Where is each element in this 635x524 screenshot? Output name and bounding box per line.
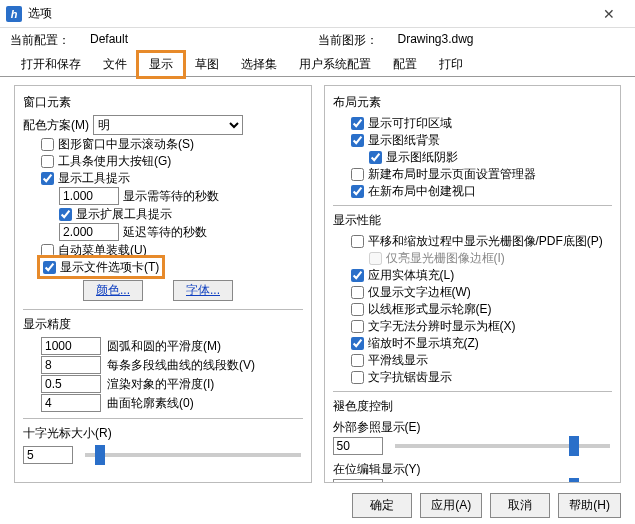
render-smooth-input[interactable] bbox=[41, 375, 101, 393]
close-button[interactable]: ✕ bbox=[589, 0, 629, 28]
current-config-value: Default bbox=[90, 32, 318, 49]
window-elements-title: 窗口元素 bbox=[23, 94, 303, 111]
xref-input[interactable] bbox=[333, 437, 383, 455]
cancel-button[interactable]: 取消 bbox=[490, 493, 550, 518]
content-panels: 窗口元素 配色方案(M) 明 图形窗口中显示滚动条(S) 工具条使用大按钮(G)… bbox=[0, 77, 635, 487]
cb-no-fill-drag[interactable]: 缩放时不显示填充(Z) bbox=[351, 335, 479, 351]
cb-ext-tips[interactable]: 显示扩展工具提示 bbox=[59, 206, 172, 222]
cb-new-layout-psetup[interactable]: 新建布局时显示页面设置管理器 bbox=[351, 166, 536, 182]
ext-delay-label: 延迟等待的秒数 bbox=[123, 224, 207, 240]
window-title: 选项 bbox=[28, 5, 589, 22]
cb-create-viewport[interactable]: 在新布局中创建视口 bbox=[351, 183, 476, 199]
highlight-file-tabs: 显示文件选项卡(T) bbox=[41, 259, 161, 275]
tip-seconds-input[interactable] bbox=[59, 187, 119, 205]
poly-seg-label: 每条多段线曲线的线段数(V) bbox=[107, 357, 255, 373]
help-button[interactable]: 帮助(H) bbox=[558, 493, 621, 518]
cb-paper-shadow[interactable]: 显示图纸阴影 bbox=[369, 149, 458, 165]
titlebar: h 选项 ✕ bbox=[0, 0, 635, 28]
apply-button[interactable]: 应用(A) bbox=[420, 493, 482, 518]
cb-print-area[interactable]: 显示可打印区域 bbox=[351, 115, 452, 131]
xref-slider[interactable] bbox=[395, 444, 611, 448]
tab-config[interactable]: 配置 bbox=[382, 52, 428, 77]
tab-strip: 打开和保存 文件 显示 草图 选择集 用户系统配置 配置 打印 bbox=[0, 51, 635, 77]
current-drawing-label: 当前图形： bbox=[318, 32, 398, 49]
surface-lines-input[interactable] bbox=[41, 394, 101, 412]
display-precision-title: 显示精度 bbox=[23, 316, 303, 333]
current-drawing-value: Drawing3.dwg bbox=[398, 32, 626, 49]
cb-raster-pan[interactable]: 平移和缩放过程中显示光栅图像/PDF底图(P) bbox=[351, 233, 603, 249]
color-scheme-label: 配色方案(M) bbox=[23, 117, 89, 133]
right-panel: 布局元素 显示可打印区域 显示图纸背景 显示图纸阴影 新建布局时显示页面设置管理… bbox=[324, 85, 622, 483]
inplace-label: 在位编辑显示(Y) bbox=[333, 461, 613, 477]
perf-title: 显示性能 bbox=[333, 212, 613, 229]
tab-select[interactable]: 选择集 bbox=[230, 52, 288, 77]
cb-highlight-frame[interactable]: 仅亮显光栅图像边框(I) bbox=[369, 250, 505, 266]
tab-display[interactable]: 显示 bbox=[138, 52, 184, 77]
cb-text-frame[interactable]: 仅显示文字边框(W) bbox=[351, 284, 471, 300]
tab-print[interactable]: 打印 bbox=[428, 52, 474, 77]
cb-paper-bg[interactable]: 显示图纸背景 bbox=[351, 132, 440, 148]
info-row: 当前配置： Default 当前图形： Drawing3.dwg bbox=[0, 28, 635, 51]
tab-file[interactable]: 文件 bbox=[92, 52, 138, 77]
crosshair-title: 十字光标大小(R) bbox=[23, 425, 303, 442]
ok-button[interactable]: 确定 bbox=[352, 493, 412, 518]
cb-large-toolbar[interactable]: 工具条使用大按钮(G) bbox=[41, 153, 171, 169]
arc-smooth-input[interactable] bbox=[41, 337, 101, 355]
cb-scrollbars[interactable]: 图形窗口中显示滚动条(S) bbox=[41, 136, 194, 152]
cb-show-tooltips[interactable]: 显示工具提示 bbox=[41, 170, 130, 186]
cb-smooth-line[interactable]: 平滑线显示 bbox=[351, 352, 428, 368]
app-icon: h bbox=[6, 6, 22, 22]
tab-open-save[interactable]: 打开和保存 bbox=[10, 52, 92, 77]
surface-lines-label: 曲面轮廓素线(0) bbox=[107, 395, 194, 411]
tip-seconds-label: 显示需等待的秒数 bbox=[123, 188, 219, 204]
footer-buttons: 确定 应用(A) 取消 帮助(H) bbox=[352, 493, 621, 518]
color-button[interactable]: 颜色... bbox=[83, 280, 143, 301]
layout-elem-title: 布局元素 bbox=[333, 94, 613, 111]
poly-seg-input[interactable] bbox=[41, 356, 101, 374]
crosshair-slider[interactable] bbox=[85, 453, 301, 457]
color-scheme-select[interactable]: 明 bbox=[93, 115, 243, 135]
cb-wire-outline[interactable]: 以线框形式显示轮廓(E) bbox=[351, 301, 492, 317]
cb-file-tabs[interactable]: 显示文件选项卡(T) bbox=[43, 259, 159, 275]
cb-text-as-box[interactable]: 文字无法分辨时显示为框(X) bbox=[351, 318, 516, 334]
xref-label: 外部参照显示(E) bbox=[333, 419, 613, 435]
current-config-label: 当前配置： bbox=[10, 32, 90, 49]
cb-solid-fill[interactable]: 应用实体填充(L) bbox=[351, 267, 455, 283]
render-smooth-label: 渲染对象的平滑度(I) bbox=[107, 376, 214, 392]
cb-antialias-text[interactable]: 文字抗锯齿显示 bbox=[351, 369, 452, 385]
inplace-input[interactable] bbox=[333, 479, 383, 483]
ext-delay-input[interactable] bbox=[59, 223, 119, 241]
font-button[interactable]: 字体... bbox=[173, 280, 233, 301]
left-panel: 窗口元素 配色方案(M) 明 图形窗口中显示滚动条(S) 工具条使用大按钮(G)… bbox=[14, 85, 312, 483]
fade-title: 褪色度控制 bbox=[333, 398, 613, 415]
arc-smooth-label: 圆弧和圆的平滑度(M) bbox=[107, 338, 221, 354]
cb-auto-menu[interactable]: 自动菜单装载(U) bbox=[41, 242, 147, 258]
tab-draft[interactable]: 草图 bbox=[184, 52, 230, 77]
crosshair-input[interactable] bbox=[23, 446, 73, 464]
tab-user-sys[interactable]: 用户系统配置 bbox=[288, 52, 382, 77]
